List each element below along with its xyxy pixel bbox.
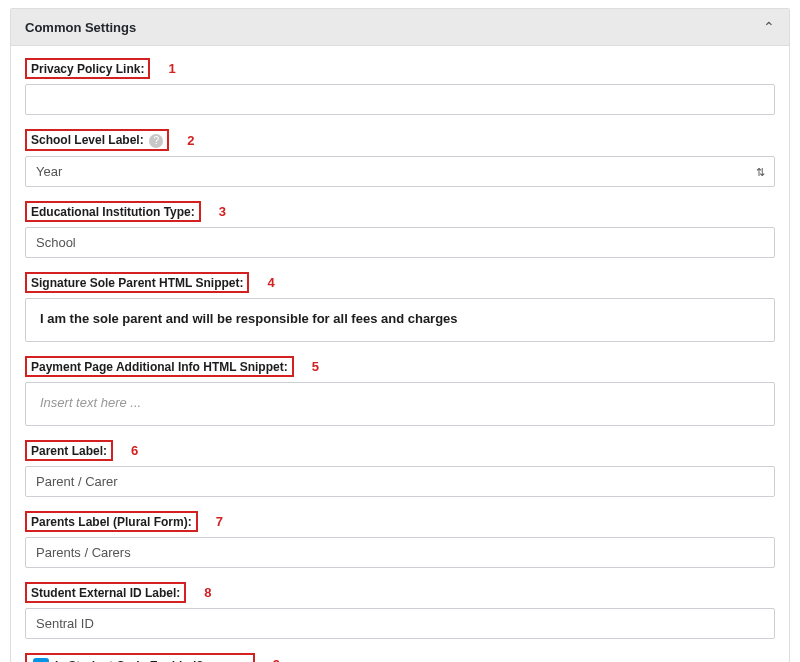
annotation-box-4: Signature Sole Parent HTML Snippet: [25,272,249,293]
signature-snippet-editor[interactable]: I am the sole parent and will be respons… [25,298,775,342]
educational-institution-type-input[interactable] [25,227,775,258]
educational-institution-type-label: Educational Institution Type: [31,205,195,219]
chevron-up-icon: ⌃ [763,19,775,35]
field-privacy-policy-link: Privacy Policy Link: 1 [25,58,775,115]
field-student-external-id-label: Student External ID Label: 8 [25,582,775,639]
privacy-policy-link-label: Privacy Policy Link: [31,62,144,76]
annotation-number-6: 6 [131,443,138,458]
panel-body: Privacy Policy Link: 1 School Level Labe… [11,46,789,662]
annotation-number-8: 8 [204,585,211,600]
annotation-box-1: Privacy Policy Link: [25,58,150,79]
parent-label-input[interactable] [25,466,775,497]
annotation-box-5: Payment Page Additional Info HTML Snippe… [25,356,294,377]
annotation-number-9: 9 [273,657,280,662]
common-settings-panel: Common Settings ⌃ Privacy Policy Link: 1… [10,8,790,662]
parents-label-plural-label: Parents Label (Plural Form): [31,515,192,529]
annotation-number-1: 1 [168,61,175,76]
annotation-box-9: ✓ Is Student Code Enabled? Searchable fi… [25,653,255,662]
annotation-number-7: 7 [216,514,223,529]
annotation-box-3: Educational Institution Type: [25,201,201,222]
annotation-box-7: Parents Label (Plural Form): [25,511,198,532]
is-student-code-enabled-checkbox[interactable]: ✓ [33,658,49,662]
field-payment-page-snippet: Payment Page Additional Info HTML Snippe… [25,356,775,426]
parent-label-label: Parent Label: [31,444,107,458]
panel-title: Common Settings [25,20,136,35]
annotation-number-5: 5 [312,359,319,374]
annotation-number-3: 3 [219,204,226,219]
help-icon[interactable]: ? [149,134,163,148]
privacy-policy-link-input[interactable] [25,84,775,115]
annotation-box-8: Student External ID Label: [25,582,186,603]
annotation-number-4: 4 [267,275,274,290]
payment-snippet-label: Payment Page Additional Info HTML Snippe… [31,360,288,374]
field-school-level-label: School Level Label: ? 2 Year ⇅ [25,129,775,187]
field-is-student-code-enabled: ✓ Is Student Code Enabled? Searchable fi… [25,653,775,662]
panel-header-toggle[interactable]: Common Settings ⌃ [11,9,789,46]
school-level-label-select[interactable]: Year [25,156,775,187]
payment-snippet-editor[interactable]: Insert text here ... [25,382,775,426]
field-parent-label: Parent Label: 6 [25,440,775,497]
annotation-box-2: School Level Label: ? [25,129,169,151]
field-parents-label-plural: Parents Label (Plural Form): 7 [25,511,775,568]
parents-label-plural-input[interactable] [25,537,775,568]
annotation-box-6: Parent Label: [25,440,113,461]
student-external-id-label-input[interactable] [25,608,775,639]
field-educational-institution-type: Educational Institution Type: 3 [25,201,775,258]
student-external-id-label-label: Student External ID Label: [31,586,180,600]
annotation-number-2: 2 [187,133,194,148]
field-signature-sole-parent-snippet: Signature Sole Parent HTML Snippet: 4 I … [25,272,775,342]
signature-snippet-label: Signature Sole Parent HTML Snippet: [31,276,243,290]
school-level-label-label: School Level Label: [31,133,144,147]
